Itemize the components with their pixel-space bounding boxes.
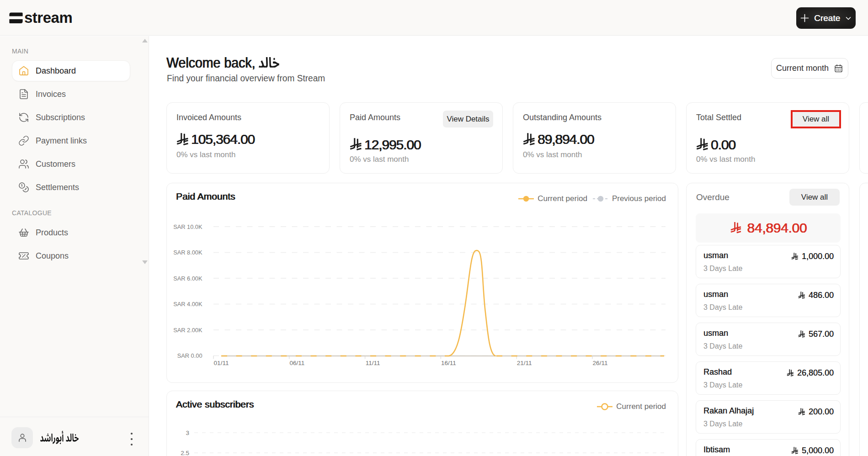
svg-text:SAR 4.00K: SAR 4.00K [173,301,202,308]
svg-text:SAR 2.00K: SAR 2.00K [173,327,202,334]
svg-text:26/11: 26/11 [593,360,608,366]
svg-text:2.5: 2.5 [181,450,189,456]
svg-text:16/11: 16/11 [441,360,456,366]
svg-text:11/11: 11/11 [366,360,380,366]
svg-text:SAR 8.00K: SAR 8.00K [173,249,202,256]
svg-text:SAR 0.00: SAR 0.00 [177,352,202,359]
svg-text:06/11: 06/11 [289,360,304,366]
svg-text:SAR 10.0K: SAR 10.0K [173,223,202,230]
svg-text:SAR 6.00K: SAR 6.00K [173,275,202,282]
svg-text:21/11: 21/11 [517,360,532,366]
svg-text:3: 3 [186,429,189,436]
svg-text:01/11: 01/11 [214,360,229,366]
